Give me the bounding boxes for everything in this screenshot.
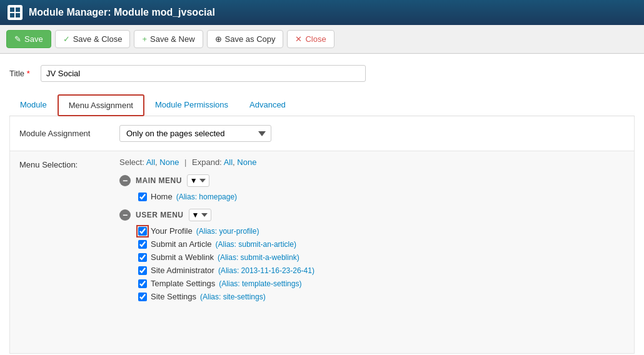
copy-icon: ⊕: [215, 34, 222, 44]
main-menu-collapse-btn[interactable]: −: [119, 175, 131, 186]
submit-weblink-item-name: Submit a Weblink: [151, 252, 214, 262]
home-item-name: Home: [151, 192, 173, 201]
template-settings-item-alias: (Alias: template-settings): [219, 279, 301, 288]
main-menu-items: Home (Alias: homepage): [119, 192, 625, 201]
your-profile-item-name: Your Profile: [151, 226, 193, 236]
menu-item-your-profile: Your Profile (Alias: your-profile): [138, 226, 625, 236]
template-settings-item-name: Template Settings: [151, 279, 215, 288]
x-icon: ✕: [295, 34, 302, 44]
menu-selection-content: Select: All, None | Expand: All, None − …: [119, 158, 625, 309]
module-assignment-select[interactable]: No pages All pages Only on the pages sel…: [119, 125, 271, 142]
save-new-button[interactable]: + Save & New: [134, 30, 203, 48]
user-menu-name: USER MENU: [136, 211, 184, 219]
user-menu-collapse-btn[interactable]: −: [119, 209, 131, 221]
main-content: Title * Module Menu Assignment Module Pe…: [0, 54, 644, 355]
svg-rect-3: [16, 13, 20, 18]
checkbox-submit-weblink[interactable]: [138, 253, 147, 262]
tab-content: Module Assignment No pages All pages Onl…: [9, 116, 635, 354]
save-close-button[interactable]: ✓ Save & Close: [55, 30, 131, 48]
save-copy-button[interactable]: ⊕ Save as Copy: [207, 30, 284, 48]
main-menu-header: − MAIN MENU ▼: [119, 174, 625, 187]
checkbox-submit-article[interactable]: [138, 240, 147, 249]
your-profile-item-alias: (Alias: your-profile): [196, 227, 259, 236]
menu-item-site-administrator: Site Administrator (Alias: 2013-11-16-23…: [138, 266, 625, 275]
submit-article-item-name: Submit an Article: [151, 239, 212, 249]
checkbox-site-settings[interactable]: [138, 292, 147, 301]
checkbox-template-settings[interactable]: [138, 279, 147, 288]
submit-article-item-alias: (Alias: submit-an-article): [216, 240, 296, 249]
menu-group-main: − MAIN MENU ▼ Home (Alias: homepage): [119, 174, 625, 201]
select-links: Select: All, None | Expand: All, None: [119, 158, 625, 167]
submit-weblink-item-alias: (Alias: submit-a-weblink): [218, 253, 299, 262]
title-row: Title *: [9, 60, 635, 87]
site-administrator-item-name: Site Administrator: [151, 266, 214, 275]
expand-all-link[interactable]: All: [224, 158, 233, 167]
menu-item-submit-article: Submit an Article (Alias: submit-an-arti…: [138, 239, 625, 249]
required-asterisk: *: [27, 69, 30, 78]
page-header: Module Manager: Module mod_jvsocial: [0, 0, 644, 25]
close-button[interactable]: ✕ Close: [287, 30, 334, 48]
user-menu-items: Your Profile (Alias: your-profile) Submi…: [119, 226, 625, 301]
module-assignment-row: Module Assignment No pages All pages Onl…: [10, 116, 634, 151]
select-all-link[interactable]: All: [146, 158, 155, 167]
menu-item-home: Home (Alias: homepage): [138, 192, 625, 201]
menu-item-site-settings: Site Settings (Alias: site-settings): [138, 292, 625, 301]
svg-rect-0: [10, 8, 14, 12]
user-menu-header: − USER MENU ▼: [119, 209, 625, 221]
tab-advanced[interactable]: Advanced: [239, 94, 296, 116]
svg-rect-2: [10, 13, 14, 18]
site-settings-item-name: Site Settings: [151, 292, 196, 301]
tab-module-permissions[interactable]: Module Permissions: [144, 94, 239, 116]
page-title: Module Manager: Module mod_jvsocial: [29, 7, 215, 18]
checkbox-your-profile[interactable]: [138, 227, 147, 236]
plus-icon: +: [142, 34, 147, 44]
menu-item-template-settings: Template Settings (Alias: template-setti…: [138, 279, 625, 288]
home-item-alias: (Alias: homepage): [176, 192, 237, 201]
toolbar: ✎ Save ✓ Save & Close + Save & New ⊕ Sav…: [0, 25, 644, 54]
title-label: Title *: [9, 69, 34, 78]
main-menu-name: MAIN MENU: [136, 176, 182, 185]
check-icon: ✓: [63, 34, 70, 44]
menu-group-user: − USER MENU ▼ Your Profile (Alias: your-…: [119, 209, 625, 301]
menu-selection-label: Menu Selection:: [19, 158, 119, 309]
save-button[interactable]: ✎ Save: [6, 30, 51, 48]
menu-selection-row: Menu Selection: Select: All, None | Expa…: [10, 151, 634, 315]
save-icon: ✎: [14, 34, 21, 44]
tab-module[interactable]: Module: [9, 94, 58, 116]
svg-rect-1: [16, 8, 20, 12]
checkbox-home[interactable]: [138, 192, 147, 201]
site-administrator-item-alias: (Alias: 2013-11-16-23-26-41): [218, 266, 314, 275]
module-assignment-label: Module Assignment: [19, 129, 119, 138]
expand-none-link[interactable]: None: [237, 158, 256, 167]
tab-menu-assignment[interactable]: Menu Assignment: [58, 94, 144, 116]
main-menu-group-select[interactable]: ▼: [187, 174, 209, 187]
tabs: Module Menu Assignment Module Permission…: [9, 94, 635, 116]
select-none-link[interactable]: None: [159, 158, 179, 167]
app-icon: [8, 5, 23, 20]
user-menu-group-select[interactable]: ▼: [189, 209, 211, 221]
menu-item-submit-weblink: Submit a Weblink (Alias: submit-a-weblin…: [138, 252, 625, 262]
site-settings-item-alias: (Alias: site-settings): [200, 292, 266, 301]
checkbox-site-administrator[interactable]: [138, 266, 147, 275]
title-input[interactable]: [41, 65, 366, 82]
